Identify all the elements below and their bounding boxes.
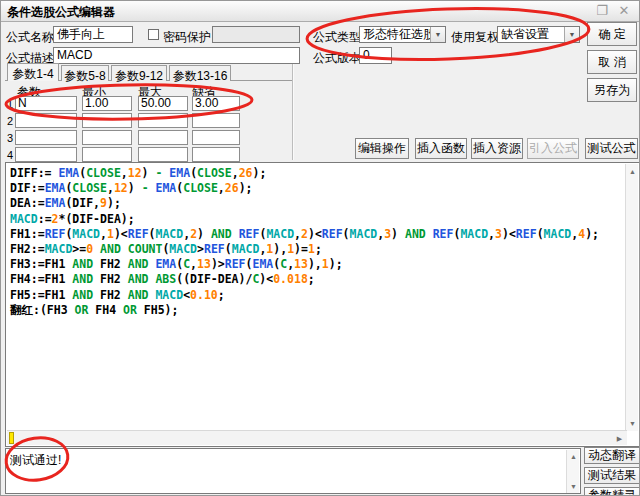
param-min-input[interactable]	[82, 113, 132, 128]
param-row-number: 2	[7, 115, 13, 127]
code-line: FH5:=FH1 AND FH2 AND MACD<0.10;	[10, 288, 623, 303]
param-min-input[interactable]: 1.00	[82, 96, 132, 111]
scroll-down-icon[interactable]: ▼	[626, 417, 639, 430]
formula-version-label: 公式版本	[313, 50, 361, 67]
adjust-rights-label: 使用复权	[451, 29, 499, 46]
tab-params-1-4[interactable]: 参数1-4	[7, 63, 59, 81]
formula-type-select[interactable]: 形态特征选股 ▼	[359, 26, 446, 43]
param-row-number: 1	[7, 98, 13, 110]
code-line: FH1:=REF(MACD,1)<REF(MACD,2) AND REF(MAC…	[10, 227, 623, 242]
scroll-up-icon[interactable]: ▲	[626, 165, 639, 178]
param-row-number: 4	[7, 149, 13, 161]
code-line: FH3:=FH1 AND FH2 AND EMA(C,13)>REF(EMA(C…	[10, 257, 623, 272]
param-max-input[interactable]	[138, 130, 188, 145]
param-name-input[interactable]	[15, 113, 77, 128]
tab-params-9-12[interactable]: 参数9-12	[111, 65, 167, 81]
editor-vertical-scrollbar[interactable]: ▲ ▼	[625, 164, 638, 431]
formula-desc-input[interactable]: MACD	[53, 47, 300, 64]
adjust-rights-value: 缺省设置	[498, 26, 564, 43]
param-max-input[interactable]	[138, 113, 188, 128]
cancel-button[interactable]: 取 消	[587, 50, 637, 74]
password-checkbox[interactable]	[148, 29, 159, 40]
insert-resource-button[interactable]: 插入资源	[471, 138, 523, 159]
code-line: FH4:=FH1 AND FH2 AND ABS((DIF-DEA)/C)<0.…	[10, 272, 623, 287]
param-min-input[interactable]	[82, 147, 132, 162]
code-line: 翻红:(FH3 OR FH4 OR FH5);	[10, 303, 623, 318]
tab-params-5-8[interactable]: 参数5-8	[61, 65, 109, 81]
scroll-up-icon[interactable]: ▲	[567, 450, 580, 463]
close-icon[interactable]: ✕	[615, 3, 633, 19]
formula-code[interactable]: DIFF:= EMA(CLOSE,12) - EMA(CLOSE,26);DIF…	[10, 166, 623, 318]
chevron-down-icon[interactable]: ▼	[430, 27, 445, 42]
formula-type-label: 公式类型	[313, 29, 361, 46]
insert-function-button[interactable]: 插入函数	[415, 138, 467, 159]
test-result-message: 测试通过!	[10, 452, 61, 469]
param-default-input[interactable]	[192, 113, 240, 128]
title-bar[interactable]: 条件选股公式编辑器 ❐ ✕	[1, 1, 639, 22]
status-vertical-scrollbar[interactable]: ▲ ▼	[566, 450, 579, 493]
save-as-button[interactable]: 另存为	[587, 78, 637, 102]
param-name-input[interactable]: N	[15, 96, 77, 111]
formula-version-input[interactable]: 0	[359, 47, 392, 64]
code-line: DIF:=EMA(CLOSE,12) - EMA(CLOSE,26);	[10, 181, 623, 196]
window-title: 条件选股公式编辑器	[7, 4, 115, 21]
scroll-right-icon[interactable]: ▶	[613, 432, 626, 445]
code-line: FH2:=MACD>=0 AND COUNT(MACD>REF(MACD,1),…	[10, 242, 623, 257]
formula-code-editor[interactable]: DIFF:= EMA(CLOSE,12) - EMA(CLOSE,26);DIF…	[5, 162, 640, 447]
param-wizard-button[interactable]: 参数精灵	[584, 487, 640, 496]
formula-name-input[interactable]: 佛手向上	[53, 26, 133, 43]
code-line: DEA:=EMA(DIF,9);	[10, 196, 623, 211]
tab-params-13-16[interactable]: 参数13-16	[169, 65, 231, 81]
ok-button[interactable]: 确 定	[587, 22, 637, 46]
editor-horizontal-scrollbar[interactable]: ▶	[7, 430, 627, 445]
formula-editor-dialog: 条件选股公式编辑器 ❐ ✕ 公式名称 佛手向上 密码保护 公式描述 MACD 公…	[0, 0, 640, 496]
text-caret-marker	[9, 432, 14, 444]
maximize-icon[interactable]: ❐	[593, 3, 611, 19]
param-default-input[interactable]: 3.00	[192, 96, 240, 111]
dynamic-translate-button[interactable]: 动态翻译	[584, 447, 640, 464]
test-result-button[interactable]: 测试结果	[584, 467, 640, 484]
chevron-down-icon[interactable]: ▼	[564, 27, 579, 42]
import-formula-button: 引入公式	[527, 138, 579, 159]
param-max-input[interactable]	[138, 147, 188, 162]
param-row-number: 3	[7, 132, 13, 144]
code-line: MACD:=2*(DIF-DEA);	[10, 212, 623, 227]
param-name-input[interactable]	[15, 130, 77, 145]
adjust-rights-select[interactable]: 缺省设置 ▼	[497, 26, 580, 43]
param-name-input[interactable]	[15, 147, 77, 162]
test-formula-button[interactable]: 测试公式	[585, 138, 638, 159]
password-label: 密码保护	[163, 29, 211, 46]
test-output-box[interactable]: 测试通过! ▲ ▼	[5, 448, 581, 494]
param-max-input[interactable]: 50.00	[138, 96, 188, 111]
param-default-input[interactable]	[192, 147, 240, 162]
param-min-input[interactable]	[82, 130, 132, 145]
password-input	[212, 26, 300, 43]
edit-operations-button[interactable]: 编辑操作	[355, 138, 409, 159]
panel-divider	[292, 64, 294, 160]
scroll-down-icon[interactable]: ▼	[567, 480, 580, 493]
formula-name-label: 公式名称	[6, 29, 54, 46]
param-default-input[interactable]	[192, 130, 240, 145]
code-line: DIFF:= EMA(CLOSE,12) - EMA(CLOSE,26);	[10, 166, 623, 181]
formula-type-value: 形态特征选股	[360, 26, 430, 43]
